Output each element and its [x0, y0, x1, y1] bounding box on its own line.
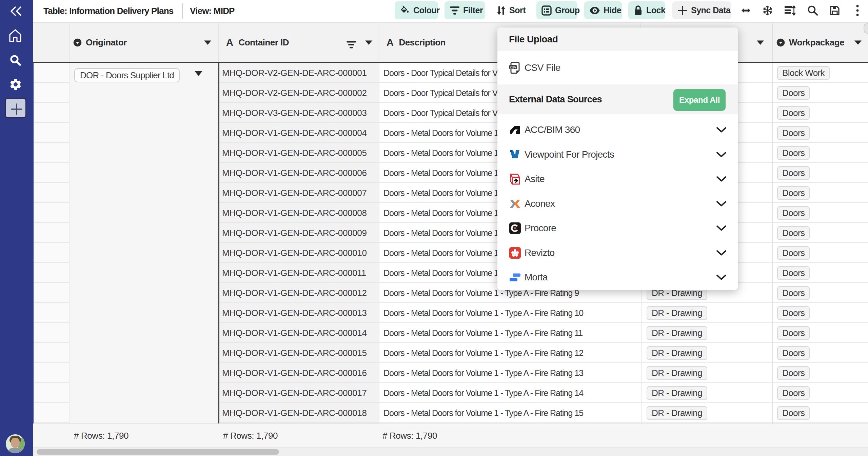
svg-text:CSV: CSV	[510, 66, 516, 69]
